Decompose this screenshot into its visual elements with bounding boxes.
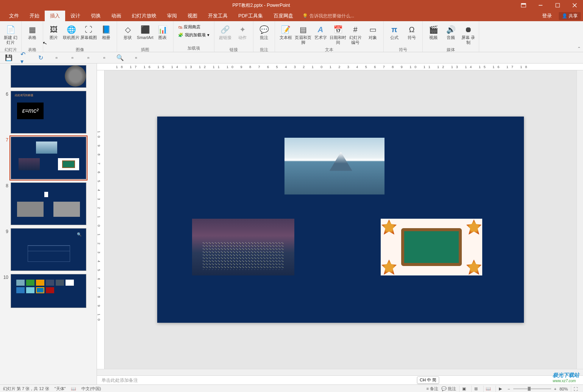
shapes-button[interactable]: ◇形状 — [119, 23, 136, 46]
audio-button[interactable]: 🔊音频 — [442, 23, 459, 46]
qat-tool-2[interactable]: ▫ — [68, 54, 77, 62]
tab-slideshow[interactable]: 幻灯片放映 — [127, 11, 162, 21]
slide-thumb-9[interactable]: 🔍 — [11, 228, 86, 271]
fit-to-window-icon[interactable]: ⛶ — [571, 386, 580, 392]
notes-toggle[interactable]: ≡ 备注 — [427, 386, 438, 392]
normal-view-icon[interactable]: ▣ — [459, 386, 468, 392]
thumb-number-6: 6 — [3, 91, 8, 97]
redo-icon[interactable]: ↻ — [36, 54, 45, 62]
wordart-button[interactable]: A艺术字 — [312, 23, 329, 46]
ribbon-display-icon[interactable] — [515, 0, 532, 11]
action-button[interactable]: ✦动作 — [234, 23, 251, 46]
comment-button[interactable]: 💬批注 — [256, 23, 272, 46]
comments-toggle[interactable]: 💬 批注 — [441, 386, 456, 392]
qat-tool-4[interactable]: ▫ — [100, 54, 108, 62]
close-icon[interactable] — [566, 0, 583, 11]
tab-review[interactable]: 审阅 — [162, 11, 182, 21]
login-button[interactable]: 登录 — [537, 11, 557, 21]
undo-icon[interactable]: ↶ ▾ — [20, 54, 29, 62]
tab-transition[interactable]: 切换 — [86, 11, 106, 21]
slide-thumb-6[interactable]: 此处填写的标题 ε=mc² — [11, 91, 86, 134]
image-chalkboard-leaves[interactable] — [381, 219, 482, 275]
share-button[interactable]: 👤 共享 — [559, 12, 581, 20]
zoom-level[interactable]: 80% — [560, 387, 568, 391]
slide-thumb-10[interactable] — [11, 274, 86, 308]
ribbon: 📄新建 幻灯片 幻灯片 ▦表格 表格 🖼图片 🌐联机图片 ⛶屏幕截图 📘相册 图… — [0, 21, 583, 52]
ime-indicator[interactable]: CH 中 简 — [417, 376, 439, 384]
language-indicator[interactable]: 中文(中国) — [81, 386, 101, 392]
comment-icon: 💬 — [258, 24, 270, 35]
new-slide-icon: 📄 — [5, 24, 17, 35]
vertical-scrollbar[interactable] — [577, 70, 583, 369]
chart-button[interactable]: 📊图表 — [154, 23, 171, 46]
wordart-icon: A — [314, 24, 327, 35]
horizontal-scrollbar[interactable] — [97, 369, 583, 375]
zoom-slider[interactable] — [513, 388, 551, 389]
group-tables: 表格 — [28, 46, 36, 53]
reading-view-icon[interactable]: 📖 — [483, 386, 492, 392]
smartart-button[interactable]: ⬛SmartArt — [137, 23, 153, 46]
hyperlink-icon: 🔗 — [219, 24, 231, 35]
slide-thumb-8[interactable] — [11, 182, 86, 225]
minimize-icon[interactable] — [532, 0, 549, 11]
tab-file[interactable]: 文件 — [4, 11, 24, 21]
online-picture-button[interactable]: 🌐联机图片 — [63, 23, 80, 46]
store-icon: 🛍 — [178, 25, 182, 30]
video-icon: 🎬 — [427, 24, 439, 35]
object-button[interactable]: ▭对象 — [364, 23, 381, 46]
tab-insert[interactable]: 插入 — [45, 11, 65, 21]
tab-devtools[interactable]: 开发工具 — [203, 11, 233, 21]
my-addins-button[interactable]: 🧩我的加载项 ▾ — [177, 31, 211, 39]
magnify-icon: 🔍 — [77, 232, 81, 236]
store-button[interactable]: 🛍应用商店 — [177, 23, 211, 31]
table-button[interactable]: ▦表格 — [24, 23, 41, 46]
datetime-button[interactable]: 📅日期和时间 — [330, 23, 346, 46]
textbox-button[interactable]: 📝文本框 — [277, 23, 294, 46]
picture-button[interactable]: 🖼图片 — [45, 23, 62, 46]
online-picture-icon: 🌐 — [65, 24, 77, 35]
thumb-number-7: 7 — [3, 137, 8, 143]
new-slide-button[interactable]: 📄新建 幻灯片 — [2, 23, 19, 46]
hyperlink-button[interactable]: 🔗超链接 — [217, 23, 233, 46]
slideshow-view-icon[interactable]: ▶ — [495, 386, 505, 392]
symbol-button[interactable]: Ω符号 — [403, 23, 420, 46]
save-icon[interactable]: 💾 — [5, 54, 13, 62]
tab-baidu[interactable]: 百度网盘 — [268, 11, 299, 21]
image-mountain-lake[interactable] — [284, 138, 384, 194]
video-button[interactable]: 🎬视频 — [425, 23, 442, 46]
slide-thumb-partial[interactable] — [11, 65, 86, 88]
sorter-view-icon[interactable]: ⊞ — [471, 386, 480, 392]
tab-pdf[interactable]: PDF工具集 — [233, 11, 268, 21]
spellcheck-icon[interactable]: 📖 — [71, 386, 76, 391]
tell-me-search[interactable]: 💡告诉我您想要做什么... — [299, 13, 354, 19]
notes-pane[interactable]: 单击此处添加备注 — [97, 375, 583, 384]
qat-tool-6[interactable]: ▫ — [132, 54, 140, 62]
qat-tool-1[interactable]: ▫ — [52, 54, 61, 62]
maximize-icon[interactable] — [549, 0, 566, 11]
album-button[interactable]: 📘相册 — [98, 23, 114, 46]
qat-tool-3[interactable]: ▫ — [84, 54, 92, 62]
zoom-out-icon[interactable]: − — [508, 387, 510, 391]
tab-home[interactable]: 开始 — [24, 11, 45, 21]
smartart-icon: ⬛ — [139, 24, 151, 35]
collapse-ribbon-icon[interactable]: ⌃ — [577, 46, 581, 51]
slide-number-icon: # — [349, 24, 361, 35]
qat-tool-5[interactable]: 🔍 — [116, 54, 124, 62]
group-addins: 加载项 — [188, 45, 200, 52]
group-comments: 批注 — [260, 46, 268, 53]
equation-button[interactable]: π公式 — [386, 23, 403, 46]
status-bar: 幻灯片 第 7 张，共 12 张 "天体" 📖 中文(中国) ≡ 备注 💬 批注… — [0, 384, 583, 392]
current-slide[interactable] — [157, 117, 524, 323]
window-title: PPT教程2.pptx - PowerPoint — [8, 2, 515, 9]
image-city-night[interactable] — [192, 219, 294, 275]
zoom-in-icon[interactable]: + — [554, 387, 556, 391]
tab-design[interactable]: 设计 — [65, 11, 86, 21]
tab-view[interactable]: 视图 — [182, 11, 203, 21]
screen-recording-button[interactable]: ⏺屏幕 录制 — [460, 23, 477, 46]
screenshot-button[interactable]: ⛶屏幕截图 — [80, 23, 97, 46]
slide-thumb-7[interactable] — [11, 137, 86, 179]
slide-number-button[interactable]: #幻灯片 编号 — [347, 23, 364, 46]
tab-animation[interactable]: 动画 — [106, 11, 127, 21]
watermark: 极光下载站 www.xz7.com — [553, 372, 579, 383]
header-footer-button[interactable]: ▤页眉和页脚 — [295, 23, 311, 46]
